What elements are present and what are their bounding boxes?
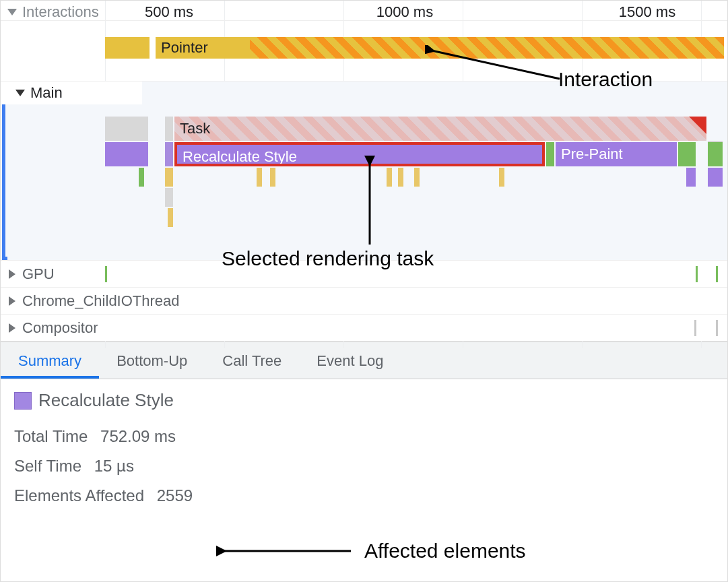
main-track[interactable]: Main Task Recalculate Style Pre-Paint	[1, 82, 727, 261]
task-label: Task	[180, 120, 210, 137]
total-time-label: Total Time	[14, 427, 88, 445]
flame-sliver[interactable]	[139, 168, 144, 187]
flame-sliver[interactable]	[414, 168, 420, 187]
timeline-ruler: 500 ms 1000 ms 1500 ms	[1, 1, 727, 21]
flame-tiny-purple[interactable]	[165, 142, 173, 166]
flame-sliver[interactable]	[270, 168, 275, 187]
flame-task-small[interactable]	[105, 117, 148, 141]
self-time-label: Self Time	[14, 457, 81, 475]
interaction-pointer[interactable]: Pointer	[156, 37, 250, 59]
chevron-right-icon[interactable]	[9, 269, 15, 279]
chevron-down-icon[interactable]	[15, 90, 25, 96]
flame-small-purple[interactable]	[105, 142, 148, 166]
flame-pre-paint[interactable]: Pre-Paint	[556, 142, 677, 166]
summary-panel: Recalculate Style Total Time 752.09 ms S…	[1, 379, 727, 527]
arrow-icon	[216, 541, 358, 561]
flame-recalculate-style[interactable]: Recalculate Style	[174, 142, 545, 166]
ruler-tick: 1000 ms	[376, 3, 433, 21]
flame-sliver[interactable]	[387, 168, 392, 187]
prepaint-label: Pre-Paint	[561, 146, 623, 162]
elements-affected-label: Elements Affected	[14, 486, 144, 505]
self-time-value: 15 µs	[94, 457, 134, 475]
interaction-pointer-label: Pointer	[161, 39, 208, 56]
flame-task-tiny[interactable]	[165, 117, 173, 141]
flame-sliver[interactable]	[398, 168, 403, 187]
flame-green-2[interactable]	[678, 142, 696, 166]
flame-sliver[interactable]	[257, 168, 262, 187]
flame-task-long[interactable]: Task	[174, 117, 706, 141]
recalc-swatch	[14, 392, 32, 410]
childio-header-label: Chrome_ChildIOThread	[22, 292, 180, 310]
ruler-tick: 500 ms	[145, 3, 193, 21]
compositor-header-label: Compositor	[22, 319, 98, 337]
interactions-header-label: Interactions	[22, 3, 99, 21]
flame-sliver[interactable]	[165, 168, 173, 187]
flame-sliver[interactable]	[165, 188, 173, 207]
flame-sliver[interactable]	[168, 208, 173, 227]
elements-affected-value: 2559	[157, 486, 193, 505]
chevron-right-icon[interactable]	[9, 296, 15, 306]
details-tabs: Summary Bottom-Up Call Tree Event Log	[1, 342, 727, 379]
ruler-tick: 1500 ms	[619, 3, 675, 21]
gpu-header-label: GPU	[22, 265, 55, 283]
summary-title: Recalculate Style	[38, 390, 174, 411]
gpu-track[interactable]: GPU	[1, 261, 727, 288]
flame-green-1[interactable]	[546, 142, 554, 166]
flame-sliver[interactable]	[499, 168, 504, 187]
interaction-tail[interactable]	[250, 37, 724, 59]
total-time-value: 752.09 ms	[100, 427, 176, 445]
childio-track[interactable]: Chrome_ChildIOThread	[1, 288, 727, 315]
tab-call-tree[interactable]: Call Tree	[205, 342, 299, 379]
flame-green-3[interactable]	[708, 142, 723, 166]
tab-bottom-up[interactable]: Bottom-Up	[99, 342, 205, 379]
chevron-down-icon[interactable]	[7, 9, 17, 15]
flame-sliver[interactable]	[686, 168, 696, 187]
annotation-affected: Affected elements	[364, 540, 526, 562]
tab-event-log[interactable]: Event Log	[299, 342, 401, 379]
chevron-right-icon[interactable]	[9, 323, 15, 333]
flame-sliver[interactable]	[708, 168, 723, 187]
recalc-label: Recalculate Style	[183, 148, 297, 165]
interaction-prelude[interactable]	[105, 37, 150, 59]
compositor-track[interactable]: Compositor	[1, 315, 727, 342]
main-header-label: Main	[30, 84, 63, 102]
tab-summary[interactable]: Summary	[1, 342, 99, 379]
interactions-track[interactable]: Interactions Pointer	[1, 21, 727, 82]
